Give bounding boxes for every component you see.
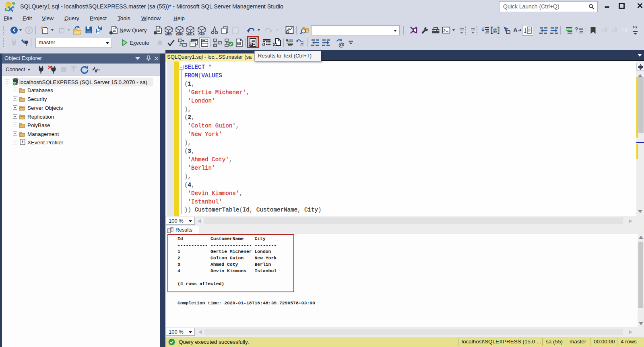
svg-text:DAX: DAX [198,33,205,36]
svg-text:XMLA: XMLA [186,33,195,36]
svg-text:?: ? [575,26,578,33]
svg-text:@: @ [493,28,498,33]
svg-text:A: A [513,27,518,33]
svg-text:MDX: MDX [165,33,172,36]
svg-text:DMX: DMX [176,33,183,36]
svg-text:@: @ [339,41,345,48]
